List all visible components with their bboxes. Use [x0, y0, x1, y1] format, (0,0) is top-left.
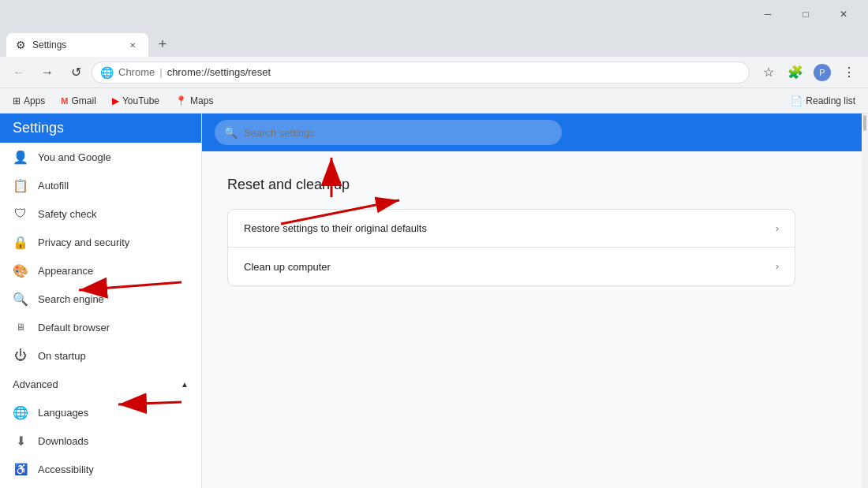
- appearance-icon: 🎨: [13, 263, 28, 278]
- safety-check-icon: 🛡: [13, 207, 28, 221]
- sidebar-label-on-startup: On startup: [38, 350, 86, 362]
- sidebar-label-languages: Languages: [38, 407, 88, 419]
- toolbar: ← → ↺ 🌐 Chrome | chrome://settings/reset…: [0, 57, 868, 88]
- sidebar-item-downloads[interactable]: ⬇ Downloads: [0, 427, 195, 455]
- settings-header: Settings: [0, 114, 201, 143]
- scrollbar-thumb[interactable]: [863, 115, 866, 131]
- restore-defaults-arrow: ›: [776, 223, 779, 234]
- sidebar-item-default-browser[interactable]: 🖥 Default browser: [0, 313, 195, 341]
- window-controls: ─ □ ✕: [750, 0, 862, 28]
- reading-list-icon: 📄: [791, 95, 803, 106]
- apps-icon: ⊞: [13, 95, 21, 106]
- bookmark-apps[interactable]: ⊞ Apps: [6, 91, 51, 110]
- address-bar[interactable]: 🌐 Chrome | chrome://settings/reset: [92, 61, 750, 84]
- bookmarks-bar: ⊞ Apps M Gmail ▶ YouTube 📍 Maps 📄 Readin…: [0, 88, 868, 114]
- sidebar-label-autofill: Autofill: [38, 180, 69, 192]
- extensions-button[interactable]: 🧩: [783, 60, 808, 85]
- autofill-icon: 📋: [13, 178, 28, 193]
- bookmark-maps[interactable]: 📍 Maps: [169, 91, 219, 110]
- maps-label: Maps: [190, 95, 213, 106]
- you-and-google-icon: 👤: [13, 150, 28, 165]
- restore-defaults-label: Restore settings to their original defau…: [244, 222, 776, 234]
- sidebar-item-you-and-google[interactable]: 👤 You and Google: [0, 143, 195, 171]
- back-button[interactable]: ←: [6, 60, 32, 85]
- privacy-security-icon: 🔒: [13, 235, 28, 250]
- sidebar-label-accessibility: Accessibility: [38, 464, 94, 475]
- search-container[interactable]: 🔍: [215, 120, 562, 145]
- sidebar-label-you-and-google: You and Google: [38, 151, 111, 163]
- default-browser-icon: 🖥: [13, 322, 28, 333]
- tab-settings-icon: ⚙: [16, 39, 26, 51]
- sidebar-item-system[interactable]: 🔧 System: [0, 483, 195, 488]
- sidebar-item-appearance[interactable]: 🎨 Appearance: [0, 256, 195, 285]
- forward-button[interactable]: →: [35, 60, 60, 85]
- sidebar-label-search-engine: Search engine: [38, 293, 104, 305]
- sidebar-label-default-browser: Default browser: [38, 322, 110, 333]
- close-button[interactable]: ✕: [825, 0, 862, 28]
- maximize-button[interactable]: □: [788, 0, 824, 28]
- reading-list-label: Reading list: [806, 95, 855, 106]
- downloads-icon: ⬇: [13, 434, 28, 449]
- advanced-arrow: ▲: [181, 380, 189, 389]
- languages-icon: 🌐: [13, 405, 28, 420]
- sidebar: Settings 👤 You and Google 📋 Autofill 🛡 S…: [0, 114, 202, 488]
- sidebar-item-autofill[interactable]: 📋 Autofill: [0, 171, 195, 199]
- settings-row-clean-up-computer[interactable]: Clean up computer ›: [228, 248, 795, 285]
- advanced-label: Advanced: [13, 378, 58, 390]
- settings-title: Settings: [13, 120, 64, 136]
- minimize-button[interactable]: ─: [750, 0, 786, 28]
- url-text: chrome://settings/reset: [167, 66, 271, 78]
- bookmark-youtube[interactable]: ▶ YouTube: [106, 91, 166, 110]
- sidebar-item-languages[interactable]: 🌐 Languages: [0, 398, 195, 427]
- maps-icon: 📍: [175, 95, 187, 106]
- sidebar-item-on-startup[interactable]: ⏻ On startup: [0, 341, 195, 370]
- accessibility-icon: ♿: [13, 463, 28, 475]
- annotation-overlay: [202, 114, 862, 488]
- search-input[interactable]: [244, 127, 552, 139]
- profile-avatar: P: [814, 64, 831, 81]
- title-bar: ─ □ ✕: [0, 0, 868, 28]
- sidebar-item-accessibility[interactable]: ♿ Accessibility: [0, 455, 195, 483]
- on-startup-icon: ⏻: [13, 348, 28, 363]
- youtube-label: YouTube: [122, 95, 159, 106]
- sidebar-label-privacy-security: Privacy and security: [38, 237, 129, 248]
- youtube-icon: ▶: [112, 95, 119, 106]
- main-search-header: 🔍: [202, 114, 862, 151]
- gmail-icon: M: [61, 96, 68, 106]
- reload-button[interactable]: ↺: [63, 60, 88, 85]
- browser-frame: ─ □ ✕ ⚙ Settings ✕ + ← → ↺ 🌐 Chrome | ch…: [0, 0, 868, 488]
- sidebar-label-safety-check: Safety check: [38, 208, 96, 220]
- main-content: 🔍 Reset and clean up Restore settings to…: [202, 114, 862, 488]
- browser-brand: Chrome: [118, 66, 155, 78]
- menu-button[interactable]: ⋮: [836, 60, 862, 85]
- toolbar-actions: ☆ 🧩 P ⋮: [756, 60, 862, 85]
- sidebar-item-safety-check[interactable]: 🛡 Safety check: [0, 199, 195, 228]
- bookmark-button[interactable]: ☆: [756, 60, 781, 85]
- search-icon: 🔍: [224, 126, 238, 139]
- advanced-section[interactable]: Advanced ▲: [0, 370, 201, 398]
- bookmark-gmail[interactable]: M Gmail: [54, 91, 103, 110]
- apps-label: Apps: [24, 95, 45, 106]
- tab-label: Settings: [32, 39, 66, 50]
- clean-up-computer-arrow: ›: [776, 261, 779, 272]
- tab-bar: ⚙ Settings ✕ +: [0, 28, 868, 57]
- sidebar-item-search-engine[interactable]: 🔍 Search engine: [0, 285, 195, 313]
- gmail-label: Gmail: [72, 95, 96, 106]
- sidebar-item-privacy-security[interactable]: 🔒 Privacy and security: [0, 228, 195, 256]
- site-security-icon: 🌐: [100, 66, 114, 79]
- reading-list-button[interactable]: 📄 Reading list: [784, 91, 862, 110]
- scrollbar[interactable]: [862, 114, 868, 488]
- page-title: Reset and clean up: [227, 177, 836, 193]
- settings-row-restore-defaults[interactable]: Restore settings to their original defau…: [228, 210, 795, 248]
- settings-page: Settings 👤 You and Google 📋 Autofill 🛡 S…: [0, 114, 868, 488]
- sidebar-label-downloads: Downloads: [38, 435, 88, 447]
- profile-button[interactable]: P: [810, 60, 835, 85]
- settings-tab[interactable]: ⚙ Settings ✕: [6, 33, 148, 57]
- clean-up-computer-label: Clean up computer: [244, 261, 776, 273]
- sidebar-label-appearance: Appearance: [38, 265, 93, 277]
- address-separator: |: [159, 66, 162, 78]
- page-body: Reset and clean up Restore settings to t…: [227, 177, 836, 286]
- tab-close-button[interactable]: ✕: [126, 39, 139, 51]
- settings-section-reset: Restore settings to their original defau…: [227, 209, 795, 286]
- new-tab-button[interactable]: +: [152, 33, 174, 55]
